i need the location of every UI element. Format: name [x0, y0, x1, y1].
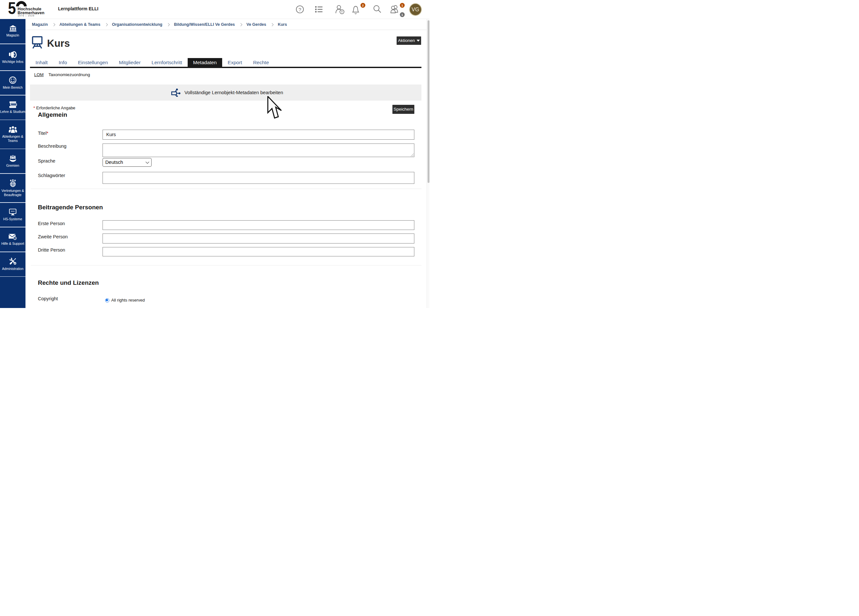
- svg-text:1975 – 2025: 1975 – 2025: [18, 14, 34, 17]
- svg-text:5: 5: [8, 0, 16, 17]
- svg-text:?: ?: [298, 7, 301, 12]
- svg-text:?: ?: [14, 237, 16, 240]
